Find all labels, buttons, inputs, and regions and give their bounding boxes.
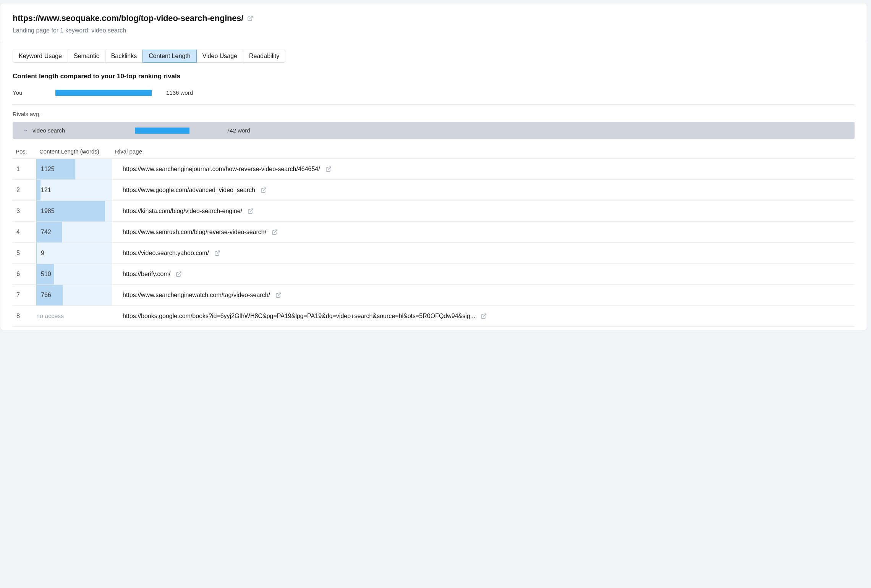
external-link-icon[interactable] (481, 313, 487, 319)
you-value: 1136 word (166, 89, 193, 96)
chevron-down-icon (23, 128, 28, 133)
svg-line-2 (263, 188, 266, 191)
col-header-rival: Rival page (115, 148, 852, 155)
section-title: Content length compared to your 10-top r… (13, 73, 855, 80)
keyword-bar (135, 128, 189, 134)
row-pos: 2 (13, 187, 36, 194)
rivals-table: Pos. Content Length (words) Rival page 1… (13, 144, 855, 327)
row-rival-url[interactable]: https://www.google.com/advanced_video_se… (112, 187, 855, 194)
col-header-content-length: Content Length (words) (39, 148, 115, 155)
row-rival-url[interactable]: https://www.searchenginewatch.com/tag/vi… (112, 292, 855, 299)
row-rival-url[interactable]: https://video.search.yahoo.com/ (112, 250, 855, 257)
svg-line-7 (278, 293, 281, 296)
rivals-avg-label: Rivals avg. (13, 111, 855, 117)
row-pos: 7 (13, 292, 36, 299)
external-link-icon[interactable] (248, 208, 254, 214)
table-row: 4742https://www.semrush.com/blog/reverse… (13, 222, 855, 243)
svg-line-3 (250, 209, 253, 212)
table-row: 11125https://www.searchenginejournal.com… (13, 159, 855, 180)
svg-line-4 (274, 230, 277, 233)
table-row: 6510https://berify.com/ (13, 264, 855, 285)
keyword-summary-row[interactable]: video search 742 word (13, 122, 855, 139)
tab-semantic[interactable]: Semantic (68, 50, 105, 63)
tab-readability[interactable]: Readability (243, 50, 285, 63)
you-label: You (13, 89, 55, 96)
external-link-icon[interactable] (272, 229, 278, 235)
tab-backlinks[interactable]: Backlinks (105, 50, 143, 63)
row-content-length: 510 (36, 264, 112, 284)
row-rival-url[interactable]: https://books.google.com/books?id=6yyj2G… (112, 313, 855, 320)
tab-content-length[interactable]: Content Length (142, 50, 196, 63)
external-link-icon[interactable] (247, 15, 253, 21)
table-row: 59https://video.search.yahoo.com/ (13, 243, 855, 264)
external-link-icon[interactable] (325, 166, 332, 172)
svg-line-0 (250, 16, 253, 19)
svg-line-5 (217, 251, 220, 254)
row-rival-url[interactable]: https://kinsta.com/blog/video-search-eng… (112, 208, 855, 215)
row-content-length: 9 (36, 243, 112, 263)
table-row: 8no accesshttps://books.google.com/books… (13, 306, 855, 327)
row-pos: 6 (13, 271, 36, 278)
row-content-length: 121 (36, 180, 112, 200)
table-row: 7766https://www.searchenginewatch.com/ta… (13, 285, 855, 306)
page-url: https://www.seoquake.com/blog/top-video-… (13, 13, 243, 23)
keyword-name: video search (32, 127, 135, 134)
row-rival-url[interactable]: https://www.searchenginejournal.com/how-… (112, 166, 855, 173)
external-link-icon[interactable] (176, 271, 182, 277)
row-content-length: 1125 (36, 159, 112, 179)
external-link-icon[interactable] (261, 187, 267, 193)
svg-line-1 (328, 167, 330, 170)
tab-video-usage[interactable]: Video Usage (196, 50, 243, 63)
row-pos: 1 (13, 166, 36, 173)
tab-keyword-usage[interactable]: Keyword Usage (13, 50, 68, 63)
tabs-bar: Keyword UsageSemanticBacklinksContent Le… (13, 50, 285, 63)
external-link-icon[interactable] (214, 250, 220, 256)
you-row: You 1136 word (13, 89, 855, 105)
table-row: 31985https://kinsta.com/blog/video-searc… (13, 201, 855, 222)
row-pos: 8 (13, 313, 36, 320)
row-content-length: 766 (36, 285, 112, 305)
svg-line-8 (483, 314, 486, 317)
row-rival-url[interactable]: https://www.semrush.com/blog/reverse-vid… (112, 229, 855, 236)
row-pos: 4 (13, 229, 36, 236)
col-header-pos: Pos. (16, 148, 39, 155)
you-bar (55, 90, 152, 96)
row-pos: 5 (13, 250, 36, 257)
external-link-icon[interactable] (275, 292, 282, 298)
page-subtitle: Landing page for 1 keyword: video search (13, 27, 855, 34)
row-content-length: 1985 (36, 201, 112, 221)
row-rival-url[interactable]: https://berify.com/ (112, 271, 855, 278)
row-content-length: 742 (36, 222, 112, 242)
svg-line-6 (178, 272, 181, 275)
table-row: 2121https://www.google.com/advanced_vide… (13, 180, 855, 201)
row-content-length: no access (36, 306, 112, 326)
row-pos: 3 (13, 208, 36, 215)
keyword-value: 742 word (227, 127, 250, 134)
